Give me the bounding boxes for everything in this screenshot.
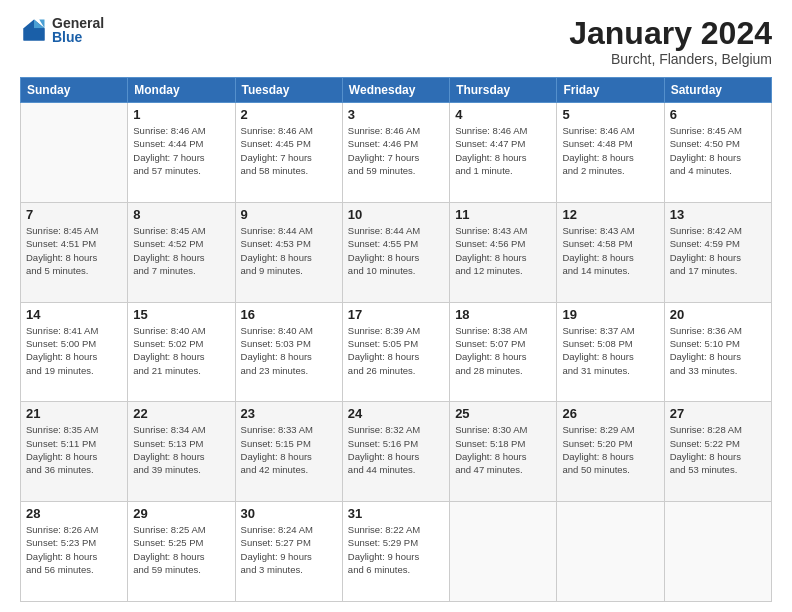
header-sunday: Sunday [21,78,128,103]
day-number: 20 [670,307,766,322]
month-title: January 2024 [569,16,772,51]
day-info: Sunrise: 8:30 AM Sunset: 5:18 PM Dayligh… [455,423,551,476]
table-row: 24Sunrise: 8:32 AM Sunset: 5:16 PM Dayli… [342,402,449,502]
table-row: 7Sunrise: 8:45 AM Sunset: 4:51 PM Daylig… [21,202,128,302]
day-info: Sunrise: 8:44 AM Sunset: 4:55 PM Dayligh… [348,224,444,277]
day-number: 9 [241,207,337,222]
logo: General Blue [20,16,104,44]
day-number: 25 [455,406,551,421]
day-info: Sunrise: 8:26 AM Sunset: 5:23 PM Dayligh… [26,523,122,576]
table-row: 4Sunrise: 8:46 AM Sunset: 4:47 PM Daylig… [450,103,557,203]
day-number: 31 [348,506,444,521]
table-row: 26Sunrise: 8:29 AM Sunset: 5:20 PM Dayli… [557,402,664,502]
calendar-week-row: 7Sunrise: 8:45 AM Sunset: 4:51 PM Daylig… [21,202,772,302]
day-number: 30 [241,506,337,521]
day-info: Sunrise: 8:40 AM Sunset: 5:02 PM Dayligh… [133,324,229,377]
table-row: 8Sunrise: 8:45 AM Sunset: 4:52 PM Daylig… [128,202,235,302]
calendar-week-row: 28Sunrise: 8:26 AM Sunset: 5:23 PM Dayli… [21,502,772,602]
day-info: Sunrise: 8:28 AM Sunset: 5:22 PM Dayligh… [670,423,766,476]
table-row: 23Sunrise: 8:33 AM Sunset: 5:15 PM Dayli… [235,402,342,502]
day-info: Sunrise: 8:37 AM Sunset: 5:08 PM Dayligh… [562,324,658,377]
table-row: 27Sunrise: 8:28 AM Sunset: 5:22 PM Dayli… [664,402,771,502]
logo-icon [20,16,48,44]
header-monday: Monday [128,78,235,103]
day-info: Sunrise: 8:46 AM Sunset: 4:46 PM Dayligh… [348,124,444,177]
day-info: Sunrise: 8:32 AM Sunset: 5:16 PM Dayligh… [348,423,444,476]
table-row: 16Sunrise: 8:40 AM Sunset: 5:03 PM Dayli… [235,302,342,402]
day-number: 18 [455,307,551,322]
table-row: 19Sunrise: 8:37 AM Sunset: 5:08 PM Dayli… [557,302,664,402]
day-info: Sunrise: 8:45 AM Sunset: 4:52 PM Dayligh… [133,224,229,277]
day-number: 5 [562,107,658,122]
day-info: Sunrise: 8:22 AM Sunset: 5:29 PM Dayligh… [348,523,444,576]
title-block: January 2024 Burcht, Flanders, Belgium [569,16,772,67]
svg-marker-2 [34,28,45,40]
day-number: 2 [241,107,337,122]
day-number: 8 [133,207,229,222]
day-info: Sunrise: 8:24 AM Sunset: 5:27 PM Dayligh… [241,523,337,576]
day-info: Sunrise: 8:42 AM Sunset: 4:59 PM Dayligh… [670,224,766,277]
day-info: Sunrise: 8:34 AM Sunset: 5:13 PM Dayligh… [133,423,229,476]
day-info: Sunrise: 8:46 AM Sunset: 4:47 PM Dayligh… [455,124,551,177]
table-row: 29Sunrise: 8:25 AM Sunset: 5:25 PM Dayli… [128,502,235,602]
day-number: 4 [455,107,551,122]
day-info: Sunrise: 8:25 AM Sunset: 5:25 PM Dayligh… [133,523,229,576]
day-number: 14 [26,307,122,322]
table-row [557,502,664,602]
table-row: 9Sunrise: 8:44 AM Sunset: 4:53 PM Daylig… [235,202,342,302]
day-number: 22 [133,406,229,421]
day-info: Sunrise: 8:29 AM Sunset: 5:20 PM Dayligh… [562,423,658,476]
day-number: 24 [348,406,444,421]
table-row: 25Sunrise: 8:30 AM Sunset: 5:18 PM Dayli… [450,402,557,502]
day-number: 23 [241,406,337,421]
table-row: 20Sunrise: 8:36 AM Sunset: 5:10 PM Dayli… [664,302,771,402]
day-number: 1 [133,107,229,122]
day-number: 19 [562,307,658,322]
table-row: 15Sunrise: 8:40 AM Sunset: 5:02 PM Dayli… [128,302,235,402]
table-row [450,502,557,602]
day-number: 13 [670,207,766,222]
day-number: 29 [133,506,229,521]
header-thursday: Thursday [450,78,557,103]
day-info: Sunrise: 8:46 AM Sunset: 4:44 PM Dayligh… [133,124,229,177]
table-row [664,502,771,602]
day-info: Sunrise: 8:40 AM Sunset: 5:03 PM Dayligh… [241,324,337,377]
calendar-week-row: 1Sunrise: 8:46 AM Sunset: 4:44 PM Daylig… [21,103,772,203]
table-row: 5Sunrise: 8:46 AM Sunset: 4:48 PM Daylig… [557,103,664,203]
logo-blue-text: Blue [52,30,104,44]
day-number: 11 [455,207,551,222]
table-row: 10Sunrise: 8:44 AM Sunset: 4:55 PM Dayli… [342,202,449,302]
day-number: 3 [348,107,444,122]
day-info: Sunrise: 8:46 AM Sunset: 4:45 PM Dayligh… [241,124,337,177]
logo-text: General Blue [52,16,104,44]
header-tuesday: Tuesday [235,78,342,103]
table-row: 13Sunrise: 8:42 AM Sunset: 4:59 PM Dayli… [664,202,771,302]
table-row: 21Sunrise: 8:35 AM Sunset: 5:11 PM Dayli… [21,402,128,502]
day-info: Sunrise: 8:36 AM Sunset: 5:10 PM Dayligh… [670,324,766,377]
day-number: 17 [348,307,444,322]
page: General Blue January 2024 Burcht, Flande… [0,0,792,612]
day-info: Sunrise: 8:41 AM Sunset: 5:00 PM Dayligh… [26,324,122,377]
day-number: 27 [670,406,766,421]
day-info: Sunrise: 8:45 AM Sunset: 4:51 PM Dayligh… [26,224,122,277]
day-number: 15 [133,307,229,322]
day-number: 21 [26,406,122,421]
day-number: 26 [562,406,658,421]
day-info: Sunrise: 8:43 AM Sunset: 4:56 PM Dayligh… [455,224,551,277]
table-row: 28Sunrise: 8:26 AM Sunset: 5:23 PM Dayli… [21,502,128,602]
table-row: 11Sunrise: 8:43 AM Sunset: 4:56 PM Dayli… [450,202,557,302]
table-row: 31Sunrise: 8:22 AM Sunset: 5:29 PM Dayli… [342,502,449,602]
day-number: 6 [670,107,766,122]
header: General Blue January 2024 Burcht, Flande… [20,16,772,67]
svg-marker-3 [24,28,35,40]
day-info: Sunrise: 8:43 AM Sunset: 4:58 PM Dayligh… [562,224,658,277]
day-info: Sunrise: 8:46 AM Sunset: 4:48 PM Dayligh… [562,124,658,177]
day-number: 28 [26,506,122,521]
day-info: Sunrise: 8:33 AM Sunset: 5:15 PM Dayligh… [241,423,337,476]
calendar-week-row: 14Sunrise: 8:41 AM Sunset: 5:00 PM Dayli… [21,302,772,402]
table-row: 2Sunrise: 8:46 AM Sunset: 4:45 PM Daylig… [235,103,342,203]
day-info: Sunrise: 8:45 AM Sunset: 4:50 PM Dayligh… [670,124,766,177]
day-info: Sunrise: 8:35 AM Sunset: 5:11 PM Dayligh… [26,423,122,476]
table-row: 22Sunrise: 8:34 AM Sunset: 5:13 PM Dayli… [128,402,235,502]
day-number: 12 [562,207,658,222]
